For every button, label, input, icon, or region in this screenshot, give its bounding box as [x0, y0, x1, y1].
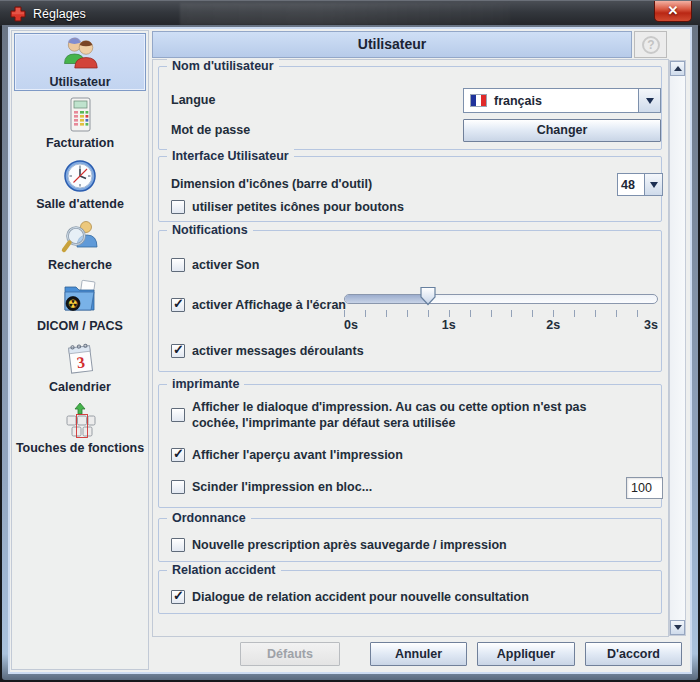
titlebar[interactable]: Réglages ✕: [0, 0, 700, 26]
sidebar-item-label: Recherche: [48, 257, 112, 273]
arrow-down-icon: [674, 625, 682, 630]
group-title: Nom d'utilisateur: [167, 59, 279, 74]
folder-radiation-icon: ☢: [60, 278, 100, 318]
slider-fill: [345, 295, 428, 303]
checkbox-label: Dialogue de relation accident pour nouve…: [192, 589, 529, 605]
check-icon: ✓: [173, 588, 184, 603]
page-title: Utilisateur: [152, 31, 632, 58]
close-button[interactable]: ✕: [654, 1, 692, 22]
print-dialog-checkbox[interactable]: ✓: [171, 408, 185, 422]
split-block-size-field[interactable]: [626, 477, 663, 499]
search-person-icon: [60, 217, 100, 257]
check-icon: ✓: [173, 296, 184, 311]
slider-track[interactable]: [344, 294, 658, 304]
sidebar-item-calendrier[interactable]: 3 Calendrier: [14, 338, 146, 396]
group-relation-accident: Relation accident ✓ Dialogue de relation…: [158, 570, 662, 614]
print-dialog-row: ✓ Afficher le dialoque d'impression. Au …: [171, 399, 631, 431]
svg-text:☢: ☢: [68, 297, 78, 311]
settings-window: Réglages ✕ Utilisateur: [0, 0, 700, 682]
red-cross-app-icon: [10, 6, 26, 22]
group-title: Relation accident: [167, 563, 281, 578]
combo-dropdown-button[interactable]: [638, 89, 660, 112]
checkbox-label: activer Affichage à l'écran: [192, 297, 346, 313]
defaults-button[interactable]: Défauts: [240, 642, 340, 666]
checkbox-label: utiliser petites icônes pour boutons: [192, 199, 404, 215]
group-notifications: Notifications ✓ activer Son ✓ activer Af…: [158, 230, 662, 372]
icon-size-value: 48: [618, 174, 644, 195]
tick-label: 0s: [344, 318, 358, 332]
group-ordonnance: Ordonnance ✓ Nouvelle prescription après…: [158, 518, 662, 562]
calculator-icon: [60, 95, 100, 135]
scroll-up-button[interactable]: [670, 61, 685, 76]
scrolling-messages-row: ✓ activer messages déroulants: [171, 343, 364, 359]
accident-dialog-row: ✓ Dialogue de relation accident pour nou…: [171, 589, 529, 605]
ok-button[interactable]: D'accord: [585, 642, 682, 666]
accident-dialog-checkbox[interactable]: ✓: [171, 590, 185, 604]
tick-label: 1s: [442, 318, 456, 332]
users-icon: [60, 34, 100, 74]
slider-tick-labels: 0s 1s 2s 3s: [344, 318, 658, 334]
sidebar-item-dicom-pacs[interactable]: ☢ DICOM / PACS: [14, 277, 146, 335]
tick-label: 2s: [546, 318, 560, 332]
help-button[interactable]: ?: [634, 31, 667, 58]
sound-checkbox[interactable]: ✓: [171, 258, 185, 272]
chevron-down-icon: [650, 182, 658, 188]
print-preview-row: ✓ Afficher l'aperçu avant l'impression: [171, 447, 403, 463]
window-title: Réglages: [33, 7, 86, 21]
calendar-icon: 3: [60, 339, 100, 379]
new-prescription-row: ✓ Nouvelle prescription après sauvegarde…: [171, 537, 507, 553]
checkbox-label: Nouvelle prescription après sauvegarde /…: [192, 537, 507, 553]
sidebar-item-label: Facturation: [46, 135, 114, 151]
combo-dropdown-button[interactable]: [644, 174, 662, 195]
split-print-row: ✓ Scinder l'impression en bloc...: [171, 479, 372, 495]
sidebar-item-label: Touches de fonctions: [16, 440, 144, 456]
sidebar-item-touches-fonctions[interactable]: Touches de fonctions: [14, 399, 146, 457]
language-combobox[interactable]: français: [463, 88, 661, 113]
display-duration-slider[interactable]: 0s 1s 2s 3s: [344, 286, 658, 334]
new-prescription-checkbox[interactable]: ✓: [171, 538, 185, 552]
group-nom-utilisateur: Nom d'utilisateur Langue français Mot de…: [158, 66, 662, 150]
group-imprimante: imprimante ✓ Afficher le dialoque d'impr…: [158, 384, 662, 508]
icon-size-combobox[interactable]: 48: [617, 173, 663, 196]
print-preview-checkbox[interactable]: ✓: [171, 448, 185, 462]
scroll-down-button[interactable]: [670, 620, 685, 635]
sidebar-item-recherche[interactable]: Recherche: [14, 216, 146, 274]
sidebar-item-label: Utilisateur: [49, 74, 110, 90]
checkbox-label: Scinder l'impression en bloc...: [192, 479, 372, 495]
group-title: imprimante: [167, 377, 244, 392]
sidebar-item-facturation[interactable]: Facturation: [14, 94, 146, 152]
password-label: Mot de passe: [171, 123, 250, 137]
slider-ticks: [344, 310, 658, 317]
chevron-down-icon: [646, 98, 654, 104]
screen-display-checkbox[interactable]: ✓: [171, 298, 185, 312]
checkbox-label: activer messages déroulants: [192, 343, 364, 359]
cancel-button[interactable]: Annuler: [370, 642, 467, 666]
language-value: français: [464, 89, 638, 112]
check-icon: ✓: [173, 446, 184, 461]
checkbox-label: Afficher le dialoque d'impression. Au ca…: [192, 399, 631, 431]
apply-button[interactable]: Appliquer: [477, 642, 575, 666]
slider-thumb[interactable]: [419, 286, 436, 306]
checkbox-label: Afficher l'aperçu avant l'impression: [192, 447, 403, 463]
sidebar-item-label: Calendrier: [49, 379, 111, 395]
french-flag-icon: [470, 94, 487, 107]
clock-icon: [60, 156, 100, 196]
check-icon: ✓: [173, 342, 184, 357]
sidebar: Utilisateur Facturation: [11, 30, 149, 670]
checkbox-label: activer Son: [192, 257, 259, 273]
sidebar-item-salle-attente[interactable]: Salle d'attende: [14, 155, 146, 213]
vertical-scrollbar[interactable]: [669, 60, 686, 636]
arrow-up-icon: [674, 66, 682, 71]
screen-display-row: ✓ activer Affichage à l'écran: [171, 297, 346, 313]
sound-row: ✓ activer Son: [171, 257, 259, 273]
change-password-button[interactable]: Changer: [463, 119, 661, 142]
scrolling-messages-checkbox[interactable]: ✓: [171, 344, 185, 358]
small-icons-row: ✓ utiliser petites icônes pour boutons: [171, 199, 404, 215]
function-keys-icon: [60, 400, 100, 440]
icon-size-label: Dimension d'icônes (barre d'outil): [171, 177, 372, 191]
sidebar-item-utilisateur[interactable]: Utilisateur: [14, 33, 146, 91]
language-label: Langue: [171, 93, 215, 107]
group-title: Interface Utilisateur: [167, 149, 294, 164]
small-icons-checkbox[interactable]: ✓: [171, 200, 185, 214]
split-print-checkbox[interactable]: ✓: [171, 480, 185, 494]
